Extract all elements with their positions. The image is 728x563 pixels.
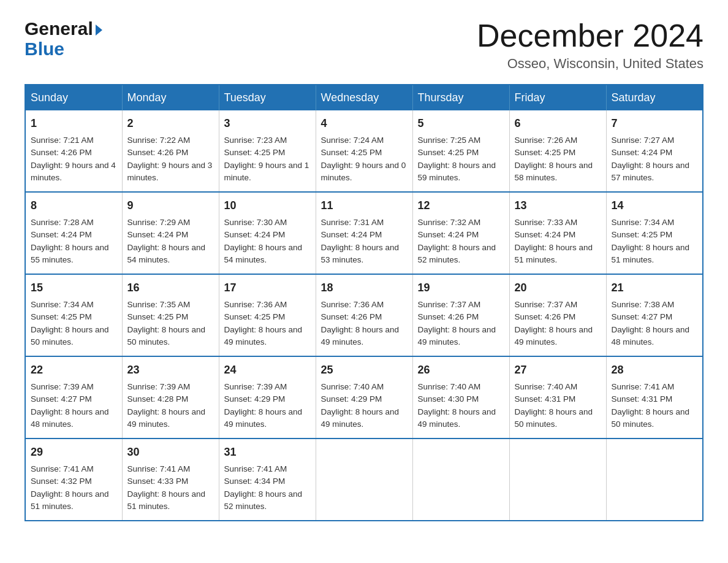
calendar-cell: 7Sunrise: 7:27 AMSunset: 4:24 PMDaylight… — [606, 110, 703, 192]
calendar-cell — [316, 439, 412, 521]
day-number: 11 — [321, 197, 408, 214]
title-area: December 2024 Osseo, Wisconsin, United S… — [477, 18, 703, 72]
weekday-header-monday: Monday — [122, 85, 219, 110]
calendar-cell — [606, 439, 703, 521]
calendar-cell: 10Sunrise: 7:30 AMSunset: 4:24 PMDayligh… — [219, 192, 316, 274]
calendar-cell: 4Sunrise: 7:24 AMSunset: 4:25 PMDaylight… — [316, 110, 412, 192]
day-number: 4 — [321, 115, 408, 132]
calendar-cell: 9Sunrise: 7:29 AMSunset: 4:24 PMDaylight… — [122, 192, 219, 274]
calendar-cell: 19Sunrise: 7:37 AMSunset: 4:26 PMDayligh… — [412, 274, 509, 356]
day-number: 21 — [612, 280, 698, 296]
page-header: General Blue December 2024 Osseo, Wiscon… — [25, 18, 703, 72]
day-number: 26 — [418, 362, 504, 378]
day-number: 22 — [31, 362, 117, 378]
calendar-cell: 22Sunrise: 7:39 AMSunset: 4:27 PMDayligh… — [25, 356, 122, 439]
calendar-cell: 5Sunrise: 7:25 AMSunset: 4:25 PMDaylight… — [412, 110, 509, 192]
logo-blue-text: Blue — [25, 39, 64, 59]
day-number: 15 — [31, 280, 117, 296]
calendar-cell: 14Sunrise: 7:34 AMSunset: 4:25 PMDayligh… — [606, 192, 703, 274]
calendar-cell: 16Sunrise: 7:35 AMSunset: 4:25 PMDayligh… — [122, 274, 219, 356]
calendar-cell: 31Sunrise: 7:41 AMSunset: 4:34 PMDayligh… — [219, 439, 316, 521]
weekday-header-sunday: Sunday — [25, 85, 122, 110]
day-number: 1 — [31, 115, 117, 132]
calendar-cell: 21Sunrise: 7:38 AMSunset: 4:27 PMDayligh… — [606, 274, 703, 356]
day-number: 30 — [127, 444, 214, 461]
day-number: 20 — [515, 280, 601, 296]
weekday-header-saturday: Saturday — [606, 85, 703, 110]
day-number: 5 — [418, 115, 504, 132]
calendar-cell: 12Sunrise: 7:32 AMSunset: 4:24 PMDayligh… — [412, 192, 509, 274]
calendar-cell: 25Sunrise: 7:40 AMSunset: 4:29 PMDayligh… — [316, 356, 412, 439]
day-number: 16 — [127, 280, 214, 296]
day-number: 2 — [127, 115, 214, 132]
calendar-cell — [509, 439, 606, 521]
month-title: December 2024 — [477, 18, 703, 53]
calendar-table: SundayMondayTuesdayWednesdayThursdayFrid… — [25, 84, 703, 521]
day-number: 18 — [321, 280, 408, 296]
day-number: 8 — [31, 197, 117, 214]
calendar-cell — [412, 439, 509, 521]
day-number: 10 — [224, 197, 311, 214]
calendar-cell: 28Sunrise: 7:41 AMSunset: 4:31 PMDayligh… — [606, 356, 703, 439]
calendar-cell: 18Sunrise: 7:36 AMSunset: 4:26 PMDayligh… — [316, 274, 412, 356]
day-number: 17 — [224, 280, 311, 296]
calendar-cell: 24Sunrise: 7:39 AMSunset: 4:29 PMDayligh… — [219, 356, 316, 439]
calendar-cell: 29Sunrise: 7:41 AMSunset: 4:32 PMDayligh… — [25, 439, 122, 521]
calendar-cell: 11Sunrise: 7:31 AMSunset: 4:24 PMDayligh… — [316, 192, 412, 274]
calendar-week-3: 15Sunrise: 7:34 AMSunset: 4:25 PMDayligh… — [25, 274, 703, 356]
calendar-cell: 1Sunrise: 7:21 AMSunset: 4:26 PMDaylight… — [25, 110, 122, 192]
day-number: 3 — [224, 115, 311, 132]
calendar-week-5: 29Sunrise: 7:41 AMSunset: 4:32 PMDayligh… — [25, 439, 703, 521]
weekday-header-tuesday: Tuesday — [219, 85, 316, 110]
calendar-cell: 27Sunrise: 7:40 AMSunset: 4:31 PMDayligh… — [509, 356, 606, 439]
day-number: 25 — [321, 362, 408, 378]
logo: General Blue — [25, 18, 102, 59]
weekday-header-thursday: Thursday — [412, 85, 509, 110]
weekday-header-wednesday: Wednesday — [316, 85, 412, 110]
day-number: 31 — [224, 444, 311, 461]
calendar-cell: 2Sunrise: 7:22 AMSunset: 4:26 PMDaylight… — [122, 110, 219, 192]
day-number: 24 — [224, 362, 311, 378]
day-number: 23 — [127, 362, 214, 378]
logo-general-text: General — [25, 18, 93, 39]
calendar-cell: 17Sunrise: 7:36 AMSunset: 4:25 PMDayligh… — [219, 274, 316, 356]
day-number: 13 — [515, 197, 601, 214]
calendar-cell: 3Sunrise: 7:23 AMSunset: 4:25 PMDaylight… — [219, 110, 316, 192]
calendar-cell: 20Sunrise: 7:37 AMSunset: 4:26 PMDayligh… — [509, 274, 606, 356]
day-number: 29 — [31, 444, 117, 461]
day-number: 27 — [515, 362, 601, 378]
day-number: 19 — [418, 280, 504, 296]
day-number: 9 — [127, 197, 214, 214]
calendar-cell: 26Sunrise: 7:40 AMSunset: 4:30 PMDayligh… — [412, 356, 509, 439]
calendar-cell: 8Sunrise: 7:28 AMSunset: 4:24 PMDaylight… — [25, 192, 122, 274]
location-text: Osseo, Wisconsin, United States — [477, 56, 703, 72]
day-number: 28 — [612, 362, 698, 378]
day-number: 6 — [515, 115, 601, 132]
calendar-cell: 13Sunrise: 7:33 AMSunset: 4:24 PMDayligh… — [509, 192, 606, 274]
day-number: 12 — [418, 197, 504, 214]
weekday-header-friday: Friday — [509, 85, 606, 110]
calendar-cell: 30Sunrise: 7:41 AMSunset: 4:33 PMDayligh… — [122, 439, 219, 521]
calendar-week-2: 8Sunrise: 7:28 AMSunset: 4:24 PMDaylight… — [25, 192, 703, 274]
calendar-cell: 6Sunrise: 7:26 AMSunset: 4:25 PMDaylight… — [509, 110, 606, 192]
weekday-header-row: SundayMondayTuesdayWednesdayThursdayFrid… — [25, 85, 703, 110]
day-number: 7 — [612, 115, 698, 132]
calendar-cell: 23Sunrise: 7:39 AMSunset: 4:28 PMDayligh… — [122, 356, 219, 439]
calendar-week-1: 1Sunrise: 7:21 AMSunset: 4:26 PMDaylight… — [25, 110, 703, 192]
calendar-cell: 15Sunrise: 7:34 AMSunset: 4:25 PMDayligh… — [25, 274, 122, 356]
day-number: 14 — [612, 197, 698, 214]
calendar-week-4: 22Sunrise: 7:39 AMSunset: 4:27 PMDayligh… — [25, 356, 703, 439]
